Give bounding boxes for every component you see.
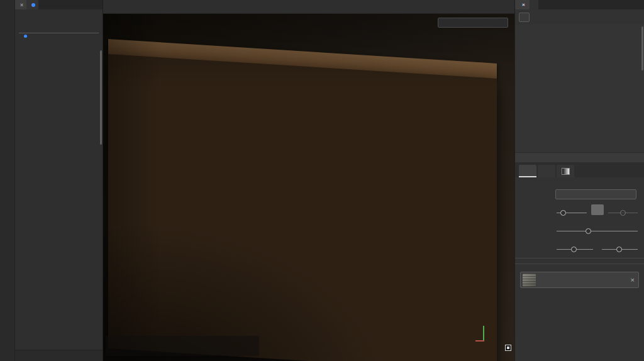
notification-dot bbox=[31, 3, 35, 7]
shading-mode-dropdown[interactable] bbox=[438, 18, 508, 28]
viewport-3d-scene bbox=[103, 14, 514, 361]
materials-grid bbox=[16, 48, 99, 348]
close-icon[interactable]: × bbox=[20, 2, 23, 8]
assets-panel: × bbox=[15, 0, 103, 361]
tab-fill-properties[interactable] bbox=[519, 165, 536, 177]
tiling-lock-button[interactable] bbox=[591, 204, 604, 215]
grayscale-resource-card[interactable]: × bbox=[520, 272, 639, 288]
gradient-swatch-icon bbox=[562, 168, 570, 175]
scale-dropdown[interactable] bbox=[555, 189, 636, 199]
rotation-slider[interactable] bbox=[555, 221, 639, 235]
layers-toolbar bbox=[515, 9, 644, 25]
remove-resource-icon[interactable]: × bbox=[631, 276, 635, 284]
properties-header bbox=[515, 152, 644, 162]
layers-scrollbar[interactable] bbox=[641, 26, 643, 70]
tab-layers[interactable]: × bbox=[515, 0, 530, 9]
tab-substance-3d-assets[interactable] bbox=[26, 0, 38, 9]
channel-filter-dropdown[interactable] bbox=[519, 13, 530, 22]
offset-v-slider[interactable] bbox=[601, 239, 640, 253]
close-icon[interactable]: × bbox=[522, 2, 525, 8]
tab-texture-set-settings[interactable] bbox=[530, 0, 538, 9]
offset-u-slider[interactable] bbox=[555, 239, 594, 253]
assets-tabbar: × bbox=[15, 0, 103, 9]
assets-filter-row bbox=[15, 33, 103, 46]
right-panel: × bbox=[514, 0, 644, 361]
search-input[interactable] bbox=[19, 22, 99, 33]
tool-strip bbox=[0, 0, 15, 361]
properties-body: × bbox=[515, 177, 644, 288]
tab-grayscale-properties[interactable] bbox=[557, 165, 574, 177]
axis-y-green bbox=[483, 326, 484, 341]
axis-x-red bbox=[475, 340, 484, 342]
shortcut-footer bbox=[111, 345, 254, 353]
tiling-slider-linked[interactable] bbox=[607, 203, 640, 216]
axis-gizmo bbox=[475, 326, 492, 345]
top-toolbar bbox=[103, 0, 514, 14]
layers-tabbar: × bbox=[515, 0, 644, 9]
viewport-3d[interactable] bbox=[103, 14, 514, 361]
filter-badge bbox=[24, 35, 27, 38]
assets-bottom-bar bbox=[15, 350, 103, 361]
assets-scrollbar[interactable] bbox=[100, 50, 102, 145]
card-catalog-cabinet bbox=[108, 54, 497, 361]
layers-list bbox=[515, 25, 644, 152]
substance-painter-window: × bbox=[0, 0, 644, 361]
tiling-row bbox=[520, 203, 639, 216]
scale-row bbox=[520, 189, 639, 199]
viewport-corner-icon[interactable] bbox=[505, 345, 511, 351]
tab-assets[interactable]: × bbox=[15, 0, 26, 9]
offset-row bbox=[520, 239, 639, 253]
rotation-row bbox=[520, 221, 639, 235]
tiling-slider[interactable] bbox=[555, 203, 588, 216]
tab-symmetry-properties[interactable] bbox=[538, 165, 555, 177]
all-libraries-row[interactable] bbox=[15, 9, 103, 22]
shortcut-overlay bbox=[106, 336, 259, 356]
properties-tabs bbox=[515, 162, 644, 177]
wood-texture-thumbnail bbox=[523, 274, 536, 287]
